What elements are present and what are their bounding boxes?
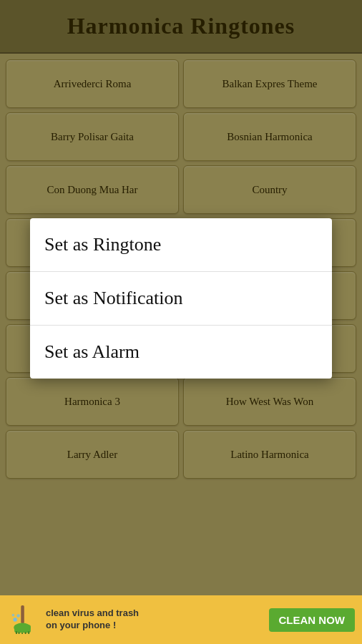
svg-point-10 [12, 614, 15, 617]
ad-banner: clean virus and trash on your phone ! CL… [0, 595, 362, 644]
svg-rect-0 [21, 605, 24, 623]
set-as-ringtone-option[interactable]: Set as Ringtone [30, 218, 332, 272]
ad-text-block: clean virus and trash on your phone ! [46, 608, 262, 632]
ad-clean-button[interactable]: CLEAN NOW [269, 608, 356, 632]
set-as-alarm-option[interactable]: Set as Alarm [30, 326, 332, 379]
svg-point-8 [13, 618, 16, 621]
broom-icon [7, 604, 39, 635]
svg-point-9 [16, 614, 20, 618]
app-container: Harmonica Ringtones Arrivederci Roma Bal… [0, 0, 362, 644]
context-menu-modal: Set as Ringtone Set as Notification Set … [30, 218, 332, 379]
ad-text: clean virus and trash on your phone ! [46, 608, 262, 632]
set-as-notification-option[interactable]: Set as Notification [30, 272, 332, 326]
